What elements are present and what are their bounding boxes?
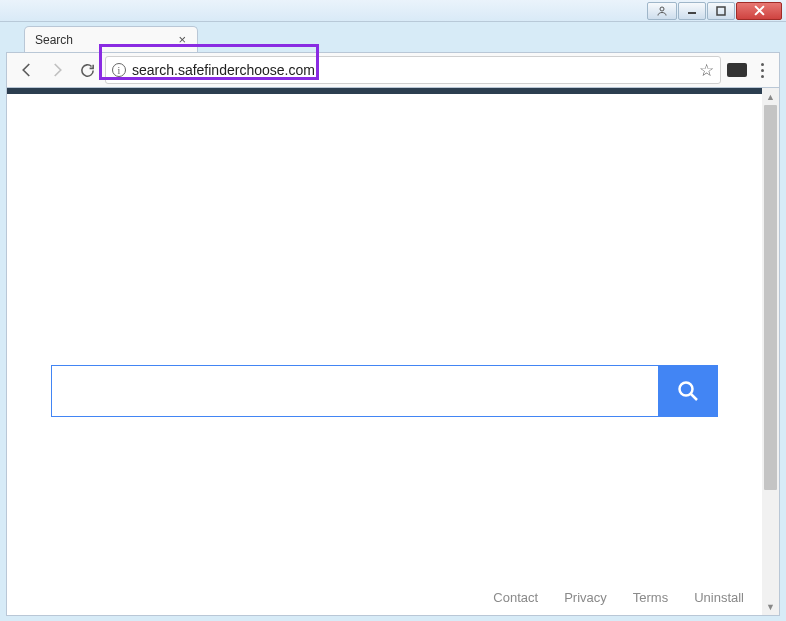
footer-link-contact[interactable]: Contact (493, 590, 538, 605)
vertical-scrollbar[interactable]: ▲ ▼ (762, 88, 779, 615)
page-viewport-wrapper: Contact Privacy Terms Uninstall ▲ ▼ (6, 88, 780, 616)
svg-line-4 (691, 394, 697, 400)
menu-dots-icon (761, 63, 764, 66)
page-viewport: Contact Privacy Terms Uninstall (7, 88, 762, 615)
reload-button[interactable] (75, 58, 99, 82)
arrow-right-icon (48, 61, 66, 79)
arrow-left-icon (18, 61, 36, 79)
tab-strip: Search × (6, 22, 780, 52)
browser-tab[interactable]: Search × (24, 26, 198, 52)
window-minimize-button[interactable] (678, 2, 706, 20)
window-close-button[interactable] (736, 2, 782, 20)
site-info-icon[interactable]: i (112, 63, 126, 77)
footer-link-terms[interactable]: Terms (633, 590, 668, 605)
search-icon (676, 379, 700, 403)
footer-links: Contact Privacy Terms Uninstall (493, 590, 744, 605)
browser-chrome: Search × i search.safefinderchoose.com ☆ (0, 22, 786, 616)
address-bar[interactable]: i search.safefinderchoose.com ☆ (105, 56, 721, 84)
search-box (51, 365, 718, 417)
window-titlebar (0, 0, 786, 22)
scrollbar-down-button[interactable]: ▼ (762, 598, 779, 615)
reload-icon (79, 62, 96, 79)
tab-close-button[interactable]: × (175, 32, 189, 47)
scrollbar-thumb[interactable] (764, 105, 777, 490)
window-maximize-button[interactable] (707, 2, 735, 20)
scrollbar-up-button[interactable]: ▲ (762, 88, 779, 105)
tab-title: Search (35, 33, 175, 47)
svg-rect-2 (717, 7, 725, 15)
svg-point-3 (680, 383, 693, 396)
svg-point-0 (660, 7, 664, 11)
search-button[interactable] (658, 365, 718, 417)
scrollbar-track[interactable] (762, 105, 779, 598)
back-button[interactable] (15, 58, 39, 82)
footer-link-privacy[interactable]: Privacy (564, 590, 607, 605)
search-input[interactable] (51, 365, 658, 417)
user-icon (656, 5, 668, 17)
page-content: Contact Privacy Terms Uninstall (7, 94, 762, 615)
footer-link-uninstall[interactable]: Uninstall (694, 590, 744, 605)
maximize-icon (716, 6, 726, 16)
browser-menu-button[interactable] (753, 58, 771, 82)
minimize-icon (687, 6, 697, 16)
browser-toolbar: i search.safefinderchoose.com ☆ (6, 52, 780, 88)
forward-button[interactable] (45, 58, 69, 82)
extension-icon[interactable] (727, 63, 747, 77)
svg-rect-1 (688, 12, 696, 14)
window-user-button[interactable] (647, 2, 677, 20)
close-icon (754, 5, 765, 16)
url-text: search.safefinderchoose.com (132, 62, 693, 78)
bookmark-star-icon[interactable]: ☆ (699, 60, 714, 81)
